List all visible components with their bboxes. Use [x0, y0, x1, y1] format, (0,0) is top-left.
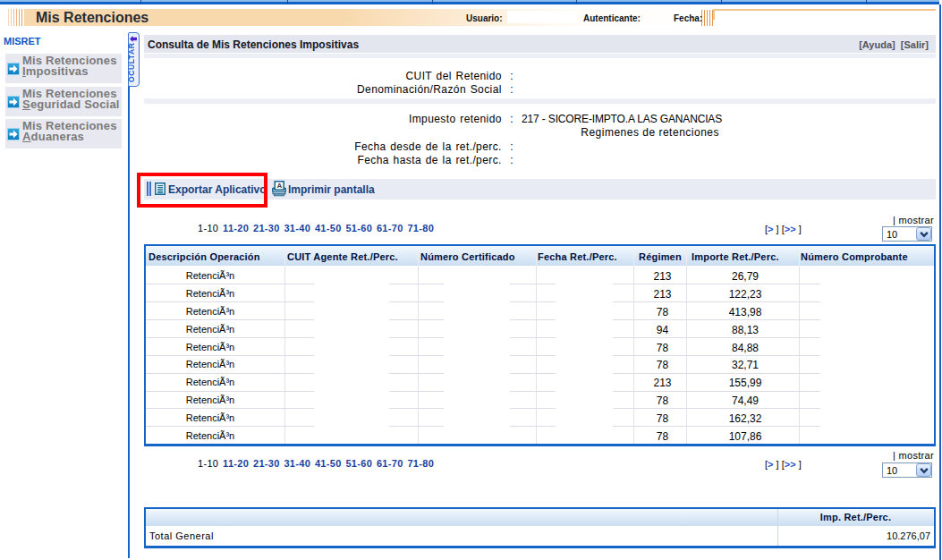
svg-text:A: A [276, 182, 282, 190]
